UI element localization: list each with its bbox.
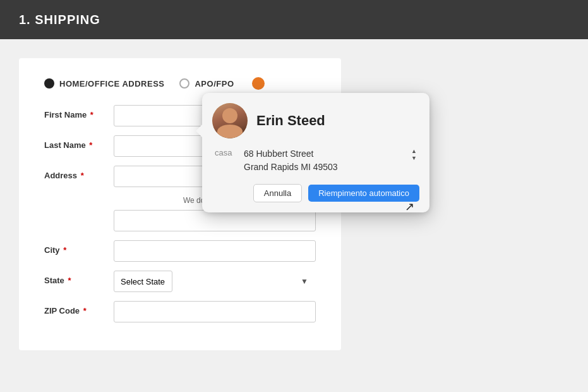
autocomplete-popup: Erin Steed casa 68 Hubbert Street Grand … [202,93,429,212]
popup-actions: Annulla Riempimento automatico ↗ [212,184,419,202]
state-select[interactable]: Select State Alabama Alaska Arizona Cali… [114,271,172,292]
avatar [212,103,248,138]
home-office-radio[interactable]: HOME/OFFICE ADDRESS [44,78,164,89]
help-icon[interactable] [252,77,265,90]
autocomplete-address-info: casa 68 Hubbert Street Grand Rapids MI 4… [212,147,419,174]
chevron-down-icon: ▼ [301,277,308,286]
user-name: Erin Steed [256,113,325,129]
page-title: 1. Shipping [19,13,100,27]
home-office-radio-dot [44,78,54,89]
state-label: State * [44,271,114,285]
city-label: City * [44,240,114,255]
address-details: 68 Hubbert Street Grand Rapids MI 49503 [244,147,405,174]
page-header: 1. Shipping [0,0,588,39]
state-row: State * Select State Alabama Alaska Ariz… [44,271,316,292]
zip-row: ZIP Code * [44,301,316,322]
last-name-required: * [87,140,93,150]
address-required: * [78,171,84,180]
address-detail-line1: 68 Hubbert Street [244,147,405,161]
zip-label: ZIP Code * [44,301,114,315]
popup-header: Erin Steed [212,103,419,138]
stepper-up-icon: ▲ [411,149,417,154]
cursor-icon: ↗ [405,200,414,214]
address-label: Address * [44,166,114,180]
home-office-label: HOME/OFFICE ADDRESS [59,79,164,89]
last-name-label: Last Name * [44,135,114,150]
address-stepper[interactable]: ▲ ▼ [411,147,417,161]
apo-fpo-radio[interactable]: APO/FPO [179,78,234,89]
address-line2-input[interactable] [114,210,316,231]
city-required: * [61,245,67,255]
first-name-label: First Name * [44,105,114,119]
city-row: City * [44,240,316,262]
state-select-wrapper: Select State Alabama Alaska Arizona Cali… [114,271,316,292]
first-name-required: * [88,110,93,119]
city-input[interactable] [114,240,316,262]
apo-fpo-radio-dot [179,78,189,89]
state-required: * [66,276,71,285]
address-detail-line2: Grand Rapids MI 49503 [244,161,405,174]
address-tag: casa [215,147,237,157]
main-content: HOME/OFFICE ADDRESS APO/FPO First Name *… [0,39,588,392]
zip-input[interactable] [114,301,316,322]
zip-required: * [81,306,87,315]
cancel-button[interactable]: Annulla [253,184,302,202]
address-type-row: HOME/OFFICE ADDRESS APO/FPO [44,77,316,90]
stepper-down-icon: ▼ [411,156,417,161]
autofill-button[interactable]: Riempimento automatico [308,185,419,202]
apo-fpo-label: APO/FPO [195,79,234,89]
